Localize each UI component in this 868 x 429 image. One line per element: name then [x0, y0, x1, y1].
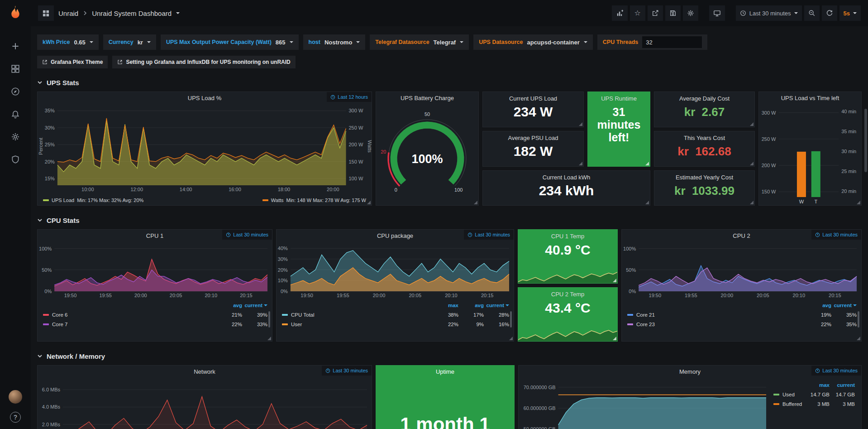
ups-load-chart[interactable]: 15%20%25%30%35%100 W150 W200 W250 W300 W… [38, 104, 372, 193]
legend-col-avg[interactable]: avg [458, 303, 484, 308]
panel-title[interactable]: Average Daily Cost [654, 95, 754, 102]
legend-col-current[interactable]: current [484, 303, 509, 308]
server-admin-shield-icon[interactable] [5, 149, 25, 169]
time-range-picker[interactable]: Last 30 minutes [736, 5, 802, 21]
panel-title[interactable]: Current Load kWh [483, 174, 650, 181]
dashboard-scrollbar[interactable] [864, 109, 867, 172]
legend-series-toggle[interactable]: Core 23 [627, 322, 806, 327]
section-cpu-stats[interactable]: CPU Stats [37, 211, 862, 229]
panel-title[interactable]: UPS Load % [38, 92, 372, 104]
add-panel-button[interactable] [612, 5, 628, 21]
panel-resize-handle[interactable] [613, 279, 616, 282]
panel-resize-handle[interactable] [367, 201, 371, 204]
legend-col-current[interactable]: current [831, 303, 857, 308]
legend-col-current[interactable]: current [242, 303, 267, 308]
panel-title[interactable]: This Years Cost [654, 135, 754, 141]
cpu-threads-input[interactable] [642, 36, 702, 48]
legend-col-max[interactable]: max [804, 382, 830, 388]
panel-title[interactable]: Uptime [376, 366, 514, 377]
panel-resize-handle[interactable] [857, 201, 860, 204]
explore-compass-icon[interactable] [5, 82, 25, 101]
cpu-package-chart[interactable]: 0%10%20%30%40%19:5019:5520:0020:0520:102… [277, 241, 514, 299]
panel-resize-handle[interactable] [579, 162, 582, 165]
favorite-star-button[interactable]: ☆ [630, 5, 645, 21]
legend-col-avg[interactable]: avg [806, 303, 831, 308]
legend-series-toggle[interactable]: Core 6 [43, 312, 217, 318]
legend-item-watts[interactable]: Watts Min: 148 W Max: 278 W Avg: 175 W [262, 198, 366, 203]
dashboard-dropdown-caret-icon[interactable] [176, 12, 180, 14]
panel-title[interactable]: UPS Load vs Time left [759, 92, 861, 104]
panel-title[interactable]: CPU 2 Temp [518, 291, 617, 298]
variable-telegraf-datasource[interactable]: Telegraf Datasource Telegraf [370, 34, 469, 50]
zoom-out-button[interactable] [804, 5, 820, 21]
variable-kwh-price[interactable]: kWh Price 0.65 [37, 34, 99, 50]
network-chart[interactable]: 2.0 MBs4.0 MBs6.0 MBs [38, 377, 372, 429]
section-ups-stats[interactable]: UPS Stats [37, 73, 862, 92]
variable-host[interactable]: host Nostromo [303, 34, 366, 50]
panel-title[interactable]: Average PSU Load [483, 135, 583, 141]
panel-resize-handle[interactable] [645, 201, 649, 204]
panel-resize-handle[interactable] [509, 337, 513, 340]
panel-time-override-badge[interactable]: Last 30 minutes [222, 230, 272, 240]
legend-scrollbar[interactable] [268, 311, 270, 328]
variable-ups-max-output[interactable]: UPS Max Output Power Capacity (Watt) 865 [161, 34, 299, 50]
ups-battery-gauge[interactable]: 02050100100% [376, 104, 478, 205]
link-ups-monitoring-guide[interactable]: Setting up Grafana and InfluxDB for UPS … [112, 56, 295, 68]
refresh-interval-picker[interactable]: 5s [839, 5, 861, 21]
panel-time-override-badge[interactable]: Last 12 hours [327, 92, 372, 102]
panel-resize-handle[interactable] [645, 162, 649, 165]
legend-series-toggle[interactable]: CPU Total [282, 312, 433, 318]
legend-series-toggle[interactable]: User [282, 322, 433, 327]
link-grafana-plex-theme[interactable]: Grafana Plex Theme [37, 56, 108, 68]
legend-series-toggle[interactable]: Used [773, 392, 804, 397]
panel-resize-handle[interactable] [579, 122, 582, 126]
panel-resize-handle[interactable] [750, 122, 754, 126]
memory-chart[interactable]: 50.000000 GB60.000000 GB70.000000 GB [519, 377, 771, 429]
legend-col-current[interactable]: current [830, 382, 855, 388]
cpu2-chart[interactable]: 0%50%100%19:5019:5520:0020:0520:1020:15 [622, 241, 861, 299]
ups-load-vs-time-chart[interactable]: 150 W200 W250 W300 W20 min25 min30 min35… [759, 104, 861, 205]
panel-title[interactable]: UPS Battery Charge [376, 92, 478, 104]
cycle-view-mode-button[interactable] [709, 5, 725, 21]
breadcrumb-title[interactable]: Unraid System Dashboard [92, 10, 172, 17]
variable-ups-datasource[interactable]: UPS Datasource apcupsd-container [473, 34, 593, 50]
legend-col-avg[interactable]: avg [217, 303, 242, 308]
panel-resize-handle[interactable] [613, 337, 616, 340]
legend-series-toggle[interactable]: Buffered [773, 401, 804, 407]
panel-resize-handle[interactable] [474, 201, 477, 204]
panel-title[interactable]: Network [38, 366, 372, 377]
panel-time-override-badge[interactable]: Last 30 minutes [811, 366, 861, 376]
dashboards-icon[interactable] [5, 59, 25, 79]
legend-scrollbar[interactable] [858, 311, 859, 328]
legend-series-toggle[interactable]: Core 7 [43, 322, 217, 327]
panel-time-override-badge[interactable]: Last 30 minutes [464, 230, 514, 240]
variable-currency[interactable]: Currency kr [103, 34, 156, 50]
panel-title[interactable]: Memory [519, 366, 861, 377]
panel-time-override-badge[interactable]: Last 30 minutes [811, 230, 861, 240]
configuration-gear-icon[interactable] [5, 127, 25, 147]
save-dashboard-button[interactable] [665, 5, 681, 21]
section-network-memory[interactable]: Network / Memory [37, 347, 862, 365]
create-plus-icon[interactable] [5, 36, 25, 56]
legend-scrollbar[interactable] [510, 311, 512, 328]
dashboard-settings-button[interactable] [683, 5, 698, 21]
panel-resize-handle[interactable] [750, 162, 754, 165]
panel-resize-handle[interactable] [857, 337, 860, 340]
cpu1-chart[interactable]: 0%50%100%19:5019:5520:0020:0520:1020:15 [38, 241, 272, 299]
breadcrumb-folder[interactable]: Unraid [58, 10, 78, 17]
share-button[interactable] [648, 5, 663, 21]
refresh-button[interactable] [822, 5, 837, 21]
dashboard-grid-icon[interactable] [38, 5, 54, 21]
panel-title[interactable]: Current UPS Load [483, 95, 583, 102]
legend-col-max[interactable]: max [433, 303, 458, 308]
panel-title[interactable]: CPU 1 Temp [518, 233, 617, 240]
legend-series-toggle[interactable]: Core 21 [627, 312, 806, 318]
panel-resize-handle[interactable] [750, 201, 754, 204]
grafana-logo-icon[interactable] [6, 5, 24, 23]
panel-title[interactable]: UPS Runtime [588, 95, 650, 102]
panel-time-override-badge[interactable]: Last 30 minutes [322, 366, 372, 376]
panel-resize-handle[interactable] [267, 337, 271, 340]
help-icon[interactable]: ? [10, 412, 21, 423]
legend-item-ups-load[interactable]: UPS Load Min: 17% Max: 32% Avg: 20% [43, 198, 143, 203]
panel-title[interactable]: Estimated Yearly Cost [654, 174, 754, 181]
